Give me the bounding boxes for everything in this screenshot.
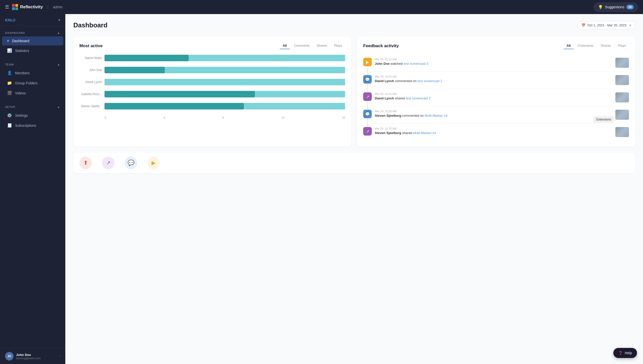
suggestions-badge: 16 xyxy=(626,5,634,9)
stat-icon-upload: ⬆ xyxy=(79,157,92,169)
user-info: John Doe learning@swivl.com xyxy=(16,353,41,360)
stat-icon-comment: 💬 xyxy=(125,157,137,169)
feedback-tab-plays[interactable]: Plays xyxy=(615,42,629,49)
chart-row: John Doe xyxy=(79,66,345,74)
date-range-picker[interactable]: 📅 Oct 1, 2022 - Mar 20, 2023 ▾ xyxy=(578,21,635,29)
feedback-text: Steven Spielberg commented on Multi-Mark… xyxy=(375,114,612,117)
top-navigation: ☰ Reflectivity | admin 💡 Suggestions 16 xyxy=(0,0,643,14)
feedback-item: ↗ Mar 20, 10:31 AM David Lynch shared te… xyxy=(363,89,629,106)
feedback-link[interactable]: Multi-Marker-14 xyxy=(425,114,448,117)
feedback-actor: David Lynch xyxy=(375,79,394,83)
logo-sq-green xyxy=(15,7,18,10)
chart-bar-label: Steven Spielb... xyxy=(79,104,102,108)
help-icon: ❓ xyxy=(618,351,623,355)
org-selector[interactable]: KNLU ▾ xyxy=(0,14,65,26)
sidebar-item-videos[interactable]: 🎬 Videos xyxy=(2,88,63,98)
feedback-text: John Doe watched test screencast 2 xyxy=(375,62,612,66)
feedback-item: 💬 Mar 20, 10:30 AM Steven Spielberg comm… xyxy=(363,106,629,124)
suggestions-label: Suggestions xyxy=(605,5,624,9)
sidebar-section-setup: SETUP ▲ ⚙️ Settings 🧾 Subscriptions xyxy=(0,100,65,133)
bulb-icon: 💡 xyxy=(598,5,603,10)
org-name: KNLU xyxy=(5,18,16,22)
feedback-action: commented on xyxy=(402,114,425,117)
help-button[interactable]: ❓ Help xyxy=(613,348,637,358)
bar-dark xyxy=(104,103,244,109)
nav-divider: | xyxy=(47,5,48,9)
tab-comments[interactable]: Comments xyxy=(291,42,313,49)
chart-row: Naomi Watts xyxy=(79,54,345,62)
sidebar-item-dashboard[interactable]: Dashboard xyxy=(2,36,63,45)
upload-icon: ⬆ xyxy=(83,160,88,166)
dashboard-header: Dashboard 📅 Oct 1, 2022 - Mar 20, 2023 ▾ xyxy=(73,21,635,29)
sidebar-section-header-setup[interactable]: SETUP ▲ xyxy=(0,102,65,110)
bar-dark xyxy=(104,91,255,97)
comment-icon: 💬 xyxy=(365,77,370,82)
main-content: Dashboard 📅 Oct 1, 2022 - Mar 20, 2023 ▾… xyxy=(65,14,643,364)
feedback-tabs: All Comments Shares Plays xyxy=(564,42,629,49)
sidebar-item-members[interactable]: 👤 Members xyxy=(2,68,63,78)
sidebar: KNLU ▾ DASHBOARD ▲ Dashboard 📊 Statistic… xyxy=(0,14,65,364)
chart-bar-bg xyxy=(104,78,345,86)
suggestions-button[interactable]: 💡 Suggestions 16 xyxy=(594,3,638,12)
sidebar-item-label: Group Folders xyxy=(15,81,37,85)
thumb-image xyxy=(615,58,629,68)
logo-sq-yellow xyxy=(15,4,18,7)
chart-bar-wrap xyxy=(104,90,345,98)
sidebar-item-label: Dashboard xyxy=(12,39,29,43)
stat-icon-play: ▶ xyxy=(147,157,160,169)
feedback-tab-comments[interactable]: Comments xyxy=(575,42,597,49)
bar-dark xyxy=(104,67,165,73)
feedback-tab-all[interactable]: All xyxy=(564,42,574,49)
feedback-link[interactable]: Multi-Marker-14 xyxy=(413,131,436,135)
hamburger-menu[interactable]: ☰ xyxy=(5,4,9,10)
feedback-activity-card: Feedback activity All Comments Shares Pl… xyxy=(357,36,635,147)
sidebar-item-group-folders[interactable]: 📁 Group Folders xyxy=(2,78,63,88)
calendar-icon: 📅 xyxy=(581,23,585,27)
stat-icon-share: ↗ xyxy=(102,157,115,169)
logo-sq-blue xyxy=(12,7,15,10)
sidebar-item-label: Members xyxy=(15,71,30,75)
person-icon: 👤 xyxy=(7,71,12,75)
bar-light xyxy=(255,91,345,97)
user-name: John Doe xyxy=(16,353,41,357)
share-icon: ↗ xyxy=(106,160,111,166)
sidebar-section-dashboard: DASHBOARD ▲ Dashboard 📊 Statistics xyxy=(0,26,65,58)
tab-all[interactable]: All xyxy=(280,42,290,49)
feedback-time: Mar 20, 10:31 AM xyxy=(375,92,612,95)
feedback-link[interactable]: test screencast 2 xyxy=(404,62,428,66)
logo-icon xyxy=(12,4,18,10)
tab-plays[interactable]: Plays xyxy=(331,42,345,49)
chart-bar-wrap xyxy=(104,54,345,62)
sidebar-item-label: Statistics xyxy=(15,49,29,53)
feedback-time: Mar 20, 10:32 AM xyxy=(375,58,612,61)
feedback-content: Mar 20, 10:31 AM David Lynch shared test… xyxy=(375,92,612,100)
feedback-tab-shares[interactable]: Shares xyxy=(598,42,614,49)
feedback-action: shared xyxy=(395,96,406,100)
sidebar-footer-user[interactable]: JD John Doe learning@swivl.com › xyxy=(0,348,65,364)
sidebar-section-header-dashboard[interactable]: DASHBOARD ▲ xyxy=(0,28,65,36)
app-layout: KNLU ▾ DASHBOARD ▲ Dashboard 📊 Statistic… xyxy=(0,14,643,364)
sidebar-item-subscriptions[interactable]: 🧾 Subscriptions xyxy=(2,120,63,130)
sidebar-item-settings[interactable]: ⚙️ Settings xyxy=(2,110,63,120)
sidebar-item-statistics[interactable]: 📊 Statistics xyxy=(2,46,63,55)
feedback-list: ▶ Mar 20, 10:32 AM John Doe watched test… xyxy=(363,54,629,141)
feedback-link[interactable]: test screencast 2 xyxy=(406,96,431,100)
x-tick: 16 xyxy=(342,116,345,119)
chart-bar-wrap xyxy=(104,66,345,74)
tab-shares[interactable]: Shares xyxy=(314,42,330,49)
feedback-item: ▶ Mar 20, 10:32 AM John Doe watched test… xyxy=(363,54,629,72)
feedback-text: David Lynch shared test screencast 2 xyxy=(375,96,612,100)
sidebar-section-header-team[interactable]: TEAM ▲ xyxy=(0,60,65,68)
bar-light xyxy=(165,67,345,73)
feedback-link[interactable]: test screencast 2 xyxy=(417,79,442,83)
video-icon: 🎬 xyxy=(7,91,12,95)
feedback-item: ↗ Mar 20, 10:30 AM Steven Spielberg shar… xyxy=(363,124,629,141)
feedback-icon-share: ↗ xyxy=(363,92,372,101)
feedback-thumbnail xyxy=(615,75,629,85)
bar-light xyxy=(104,79,345,85)
x-tick: 12 xyxy=(281,116,284,119)
expand-icon: › xyxy=(59,354,60,358)
date-range-label: Oct 1, 2022 - Mar 20, 2023 xyxy=(587,23,626,27)
bar-dark xyxy=(104,55,189,61)
brand-name: Reflectivity xyxy=(20,5,43,10)
